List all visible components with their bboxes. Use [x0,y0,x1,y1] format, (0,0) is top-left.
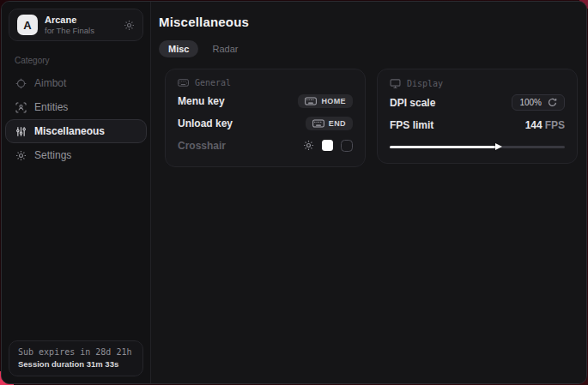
header-gear-icon[interactable] [124,20,135,31]
crosshair-controls [303,140,353,152]
app-title-block: Arcane for The Finals [45,15,117,36]
sidebar-item-label: Entities [34,101,68,113]
app-subtitle: for The Finals [45,26,117,35]
sidebar-item-label: Aimbot [34,77,66,89]
main-content: Miscellaneous Misc Radar General [151,2,587,383]
panels-row: General Menu key HOME [165,69,578,167]
sidebar-item-settings[interactable]: Settings [5,143,147,167]
subscription-status-card: Sub expires in 28d 21h Session duration … [9,340,143,376]
fps-limit-label: FPS limit [390,119,433,131]
gear-icon [15,150,27,161]
crosshair-color-swatch[interactable] [322,140,333,151]
person-scan-icon [15,102,27,113]
sidebar-item-label: Miscellaneous [34,125,105,137]
fps-unit: FPS [545,119,565,131]
menu-key-value: HOME [321,97,346,105]
fps-slider-fill [390,146,498,148]
dpi-scale-row: DPI scale 100% [390,93,565,112]
menu-key-row: Menu key HOME [178,91,353,111]
fps-limit-value: 144FPS [525,119,565,131]
sidebar-item-entities[interactable]: Entities [5,95,147,119]
keyboard-icon [312,119,324,128]
keyboard-icon [305,97,317,105]
tab-radar[interactable]: Radar [203,40,247,57]
fps-slider-thumb[interactable] [495,143,502,150]
display-panel-title: Display [407,79,443,88]
sidebar-item-aimbot[interactable]: Aimbot [5,71,147,95]
dpi-scale-value: 100% [519,98,542,107]
unload-key-label: Unload key [178,117,233,129]
general-panel-header: General [178,78,353,87]
display-panel-header: Display [390,78,565,89]
app-logo: A [17,15,38,35]
sub-expires-text: Sub expires in 28d 21h [18,347,134,357]
sliders-icon [15,126,27,137]
general-panel-title: General [195,78,231,87]
fps-limit-slider[interactable] [390,142,565,152]
dpi-scale-label: DPI scale [390,97,435,109]
session-duration-text: Session duration 31m 33s [18,359,134,369]
menu-key-bind-button[interactable]: HOME [298,94,353,108]
sidebar: A Arcane for The Finals Category [2,2,151,383]
crosshair-icon [15,78,27,89]
display-panel: Display DPI scale 100% [377,69,578,164]
unload-key-value: END [329,119,346,128]
crosshair-label: Crosshair [178,140,226,152]
keyboard-icon [178,79,189,87]
sidebar-item-miscellaneous[interactable]: Miscellaneous [5,119,147,143]
fps-limit-row: FPS limit 144FPS [390,115,565,135]
general-panel: General Menu key HOME [165,69,366,167]
tab-bar: Misc Radar [159,40,578,57]
monitor-icon [390,78,401,89]
crosshair-checkbox[interactable] [341,140,353,152]
app-header-card: A Arcane for The Finals [9,9,143,41]
unload-key-bind-button[interactable]: END [306,117,353,130]
cycle-icon [548,98,557,107]
crosshair-row: Crosshair [178,135,353,155]
menu-key-label: Menu key [178,95,225,107]
crosshair-settings-gear-icon[interactable] [303,140,314,151]
category-label: Category [15,56,137,65]
unload-key-row: Unload key END [178,113,353,133]
dpi-scale-select[interactable]: 100% [512,94,565,111]
sidebar-item-label: Settings [34,149,71,161]
app-window: A Arcane for The Finals Category [1,1,587,384]
app-name: Arcane [45,15,117,26]
page-title: Miscellaneous [159,15,578,29]
sidebar-nav: Aimbot Entities [2,71,150,167]
tab-misc[interactable]: Misc [159,40,198,57]
